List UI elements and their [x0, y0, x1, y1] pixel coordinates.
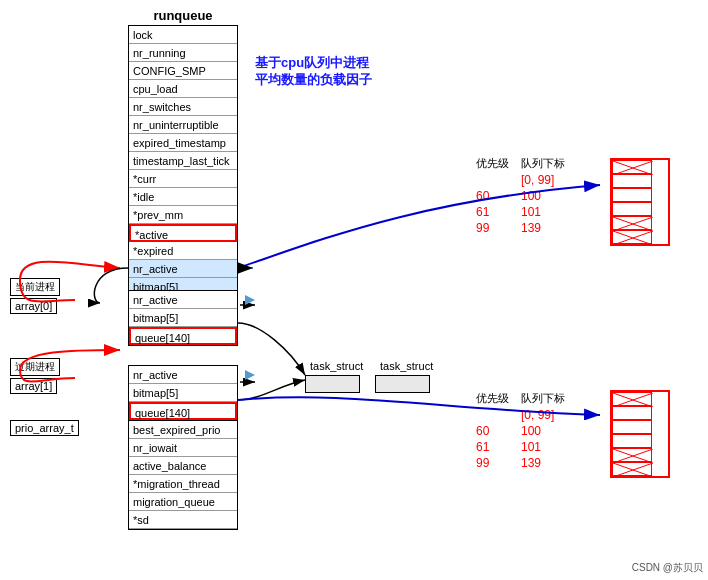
priority-header-top: 优先级: [470, 155, 515, 172]
qgb-row1: [612, 392, 668, 406]
rq-nr-uninterruptible: nr_uninterruptible: [129, 116, 237, 134]
qgb-row6: [612, 462, 668, 476]
rq-nr-iowait: nr_iowait: [129, 439, 237, 457]
pa0-queue: queue[140]: [129, 327, 237, 345]
p3: 99: [470, 220, 515, 236]
prio-array-0: nr_active bitmap[5] queue[140]: [128, 290, 238, 346]
array1-label: array[1]: [10, 378, 57, 394]
qgb-row4: [612, 434, 668, 448]
task-struct-label-1: task_struct: [310, 360, 363, 372]
rq-cpu-load: cpu_load: [129, 80, 237, 98]
rq-migration-thread: *migration_thread: [129, 475, 237, 493]
pb1: 60: [470, 423, 515, 439]
prio-array-t-label: prio_array_t: [10, 420, 79, 436]
ib0: [0, 99]: [515, 407, 571, 423]
qg-row6: [612, 230, 668, 244]
rq-curr: *curr: [129, 170, 237, 188]
prio-array-1: nr_active bitmap[5] queue[140]: [128, 365, 238, 421]
rq-nr-switches: nr_switches: [129, 98, 237, 116]
rq-sd: *sd: [129, 511, 237, 529]
qgb-row2: [612, 406, 668, 420]
rq-nr-active: nr_active: [129, 260, 237, 278]
watermark: CSDN @苏贝贝: [632, 561, 703, 575]
rq-lock: lock: [129, 26, 237, 44]
rq-prev-mm: *prev_mm: [129, 206, 237, 224]
pb0: [470, 407, 515, 423]
p0: [470, 172, 515, 188]
ib2: 101: [515, 439, 571, 455]
queue-grid-top: [610, 158, 670, 246]
rq-expired-timestamp: expired_timestamp: [129, 134, 237, 152]
rq-migration-queue: migration_queue: [129, 493, 237, 511]
pb3: 99: [470, 455, 515, 471]
qg-row2: [612, 174, 668, 188]
rq-expired: *expired: [129, 242, 237, 260]
rq-best-expired: best_expired_prio: [129, 421, 237, 439]
priority-header-bottom: 优先级: [470, 390, 515, 407]
task-struct-box-1: [305, 375, 360, 393]
array0-label: array[0]: [10, 298, 57, 314]
pa1-bitmap: bitmap[5]: [129, 384, 237, 402]
priority-table-top: 优先级 队列下标 [0, 99] 60 100 61 101 99 139: [470, 155, 571, 236]
rq-timestamp-last-tick: timestamp_last_tick: [129, 152, 237, 170]
qg-row3: [612, 188, 668, 202]
qg-row1: [612, 160, 668, 174]
runqueue-box: lock nr_running CONFIG_SMP cpu_load nr_s…: [128, 25, 238, 315]
pb2: 61: [470, 439, 515, 455]
svg-marker-15: [245, 295, 255, 305]
qg-row4: [612, 202, 668, 216]
expired-label: 过期进程: [10, 358, 60, 376]
p1: 60: [470, 188, 515, 204]
i2: 101: [515, 204, 571, 220]
pa1-nr-active: nr_active: [129, 366, 237, 384]
current-label: 当前进程: [10, 278, 60, 296]
index-header-bottom: 队列下标: [515, 390, 571, 407]
runqueue-title: runqueue: [128, 8, 238, 23]
runqueue-section: runqueue lock nr_running CONFIG_SMP cpu_…: [128, 8, 238, 315]
rq-nr-running: nr_running: [129, 44, 237, 62]
rq-config-smp: CONFIG_SMP: [129, 62, 237, 80]
queue-grid-bottom: [610, 390, 670, 478]
p2: 61: [470, 204, 515, 220]
pa0-bitmap: bitmap[5]: [129, 309, 237, 327]
i1: 100: [515, 188, 571, 204]
priority-table-bottom: 优先级 队列下标 [0, 99] 60 100 61 101 99 139: [470, 390, 571, 471]
task-struct-box-2: [375, 375, 430, 393]
qgb-row5: [612, 448, 668, 462]
rq-idle: *idle: [129, 188, 237, 206]
task-struct-label-2: task_struct: [380, 360, 433, 372]
pa1-queue: queue[140]: [129, 402, 237, 420]
i0: [0, 99]: [515, 172, 571, 188]
ib1: 100: [515, 423, 571, 439]
i3: 139: [515, 220, 571, 236]
rq-active: *active: [129, 224, 237, 242]
qg-row5: [612, 216, 668, 230]
pa0-nr-active: nr_active: [129, 291, 237, 309]
runqueue-bottom: best_expired_prio nr_iowait active_balan…: [128, 420, 238, 530]
rq-active-balance: active_balance: [129, 457, 237, 475]
annotation-text: 基于cpu队列中进程 平均数量的负载因子: [255, 55, 372, 89]
svg-marker-16: [245, 370, 255, 380]
qgb-row3: [612, 420, 668, 434]
index-header-top: 队列下标: [515, 155, 571, 172]
ib3: 139: [515, 455, 571, 471]
